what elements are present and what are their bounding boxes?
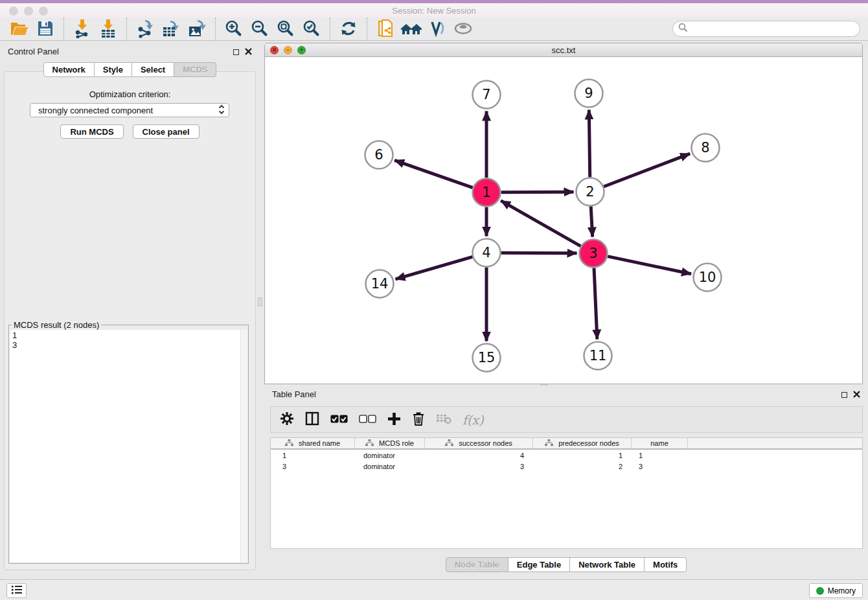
- fit-content-button[interactable]: [273, 19, 299, 40]
- tab-select[interactable]: Select: [131, 62, 174, 77]
- table-cell[interactable]: 1: [533, 452, 632, 459]
- network-canvas[interactable]: 7968124314101511: [265, 57, 862, 384]
- node-10[interactable]: 10: [694, 264, 722, 292]
- export-network-button[interactable]: [132, 19, 158, 40]
- node-8[interactable]: 8: [692, 134, 720, 162]
- table-tab-node-table[interactable]: Node Table: [446, 557, 508, 572]
- node-7[interactable]: 7: [473, 81, 501, 109]
- import-network-button[interactable]: [69, 19, 95, 40]
- refresh-icon: [340, 20, 357, 39]
- float-panel-icon[interactable]: [233, 49, 239, 55]
- edge-3-11[interactable]: [594, 268, 597, 339]
- column-header-predecessor-nodes[interactable]: predecessor nodes: [533, 438, 632, 448]
- run-mcds-button[interactable]: Run MCDS: [60, 124, 123, 139]
- table-cell[interactable]: 3: [271, 463, 355, 470]
- delete-row-button[interactable]: [412, 411, 425, 428]
- column-header-shared-name[interactable]: shared name: [271, 438, 355, 448]
- zoom-in-button[interactable]: [221, 19, 247, 40]
- node-14[interactable]: 14: [366, 270, 394, 298]
- search-input[interactable]: [688, 23, 860, 36]
- table-cell[interactable]: 1: [632, 452, 688, 459]
- column-header-name[interactable]: name: [632, 438, 688, 448]
- node-15[interactable]: 15: [473, 344, 501, 372]
- network-graph[interactable]: 7968124314101511: [265, 57, 862, 384]
- svg-text:7: 7: [482, 87, 490, 102]
- vertical-splitter-handle[interactable]: [258, 297, 262, 306]
- select-all-button[interactable]: [330, 415, 348, 425]
- node-1[interactable]: 1: [473, 179, 501, 207]
- table-row[interactable]: 1dominator411: [271, 450, 862, 461]
- toolbar-separator: [63, 17, 64, 41]
- column-header-MCDS-role[interactable]: MCDS role: [355, 438, 425, 448]
- task-history-button[interactable]: [6, 583, 27, 598]
- optimization-criterion-select[interactable]: strongly connected component: [30, 103, 229, 117]
- table-tab-edge-table[interactable]: Edge Table: [508, 557, 570, 572]
- table-cell[interactable]: 3: [425, 463, 533, 470]
- table-cell[interactable]: dominator: [355, 452, 425, 459]
- import-table-button[interactable]: [95, 19, 121, 40]
- export-image-icon: [188, 19, 206, 40]
- node-6[interactable]: 6: [365, 141, 393, 169]
- zoom-selected-icon: [303, 19, 321, 40]
- node-2[interactable]: 2: [577, 178, 604, 206]
- search-field[interactable]: [672, 21, 860, 37]
- table-cell[interactable]: 1: [271, 452, 355, 459]
- tab-style[interactable]: Style: [94, 62, 132, 77]
- export-image-button[interactable]: [184, 19, 210, 40]
- function-builder-button[interactable]: f(x): [463, 413, 484, 427]
- node-4[interactable]: 4: [473, 239, 501, 267]
- home-button[interactable]: [398, 19, 424, 40]
- save-session-button[interactable]: [32, 19, 58, 40]
- control-panel-tabs: NetworkStyleSelectMCDS: [0, 62, 260, 77]
- zoom-selected-button[interactable]: [299, 19, 325, 40]
- list-icon: [11, 584, 23, 597]
- table-settings-button[interactable]: [280, 411, 294, 428]
- duplicate-network-button[interactable]: [372, 19, 398, 40]
- edge-2-3[interactable]: [591, 206, 592, 237]
- edge-3-1[interactable]: [501, 201, 580, 246]
- tab-mcds[interactable]: MCDS: [174, 62, 216, 77]
- show-hide-panels-button[interactable]: [450, 19, 476, 40]
- column-header-successor-nodes[interactable]: successor nodes: [425, 438, 533, 448]
- close-panel-icon[interactable]: [853, 389, 860, 400]
- show-columns-button[interactable]: [305, 411, 319, 428]
- export-table-button[interactable]: [158, 19, 184, 40]
- memory-button[interactable]: Memory: [809, 583, 863, 598]
- table-tab-network-table[interactable]: Network Table: [569, 557, 645, 572]
- apply-style-button[interactable]: [424, 19, 450, 40]
- edge-4-3[interactable]: [501, 253, 577, 253]
- edge-4-14[interactable]: [395, 257, 472, 279]
- node-11[interactable]: 11: [584, 342, 612, 370]
- close-panel-button[interactable]: Close panel: [133, 124, 200, 139]
- svg-text:10: 10: [699, 270, 716, 285]
- refresh-button[interactable]: [336, 19, 361, 40]
- svg-text:11: 11: [589, 348, 607, 363]
- delete-table-button[interactable]: [436, 413, 451, 426]
- node-3[interactable]: 3: [580, 240, 608, 268]
- save-disk-icon: [37, 20, 54, 39]
- network-view-titlebar[interactable]: ✕ − + scc.txt: [265, 43, 862, 57]
- table-tab-motifs[interactable]: Motifs: [644, 557, 687, 572]
- edge-1-6[interactable]: [394, 160, 473, 187]
- edge-2-8[interactable]: [604, 154, 690, 187]
- edge-3-10[interactable]: [608, 257, 691, 274]
- edge-2-9[interactable]: [589, 110, 589, 177]
- edge-1-2[interactable]: [501, 192, 573, 192]
- float-panel-icon[interactable]: [841, 392, 847, 398]
- deselect-all-button[interactable]: [359, 415, 376, 425]
- open-session-button[interactable]: [6, 19, 32, 40]
- add-row-button[interactable]: [387, 412, 401, 428]
- close-panel-icon[interactable]: [245, 46, 252, 58]
- mcds-result-text[interactable]: 1 3: [10, 330, 247, 562]
- network-title: scc.txt: [265, 45, 862, 55]
- table-row[interactable]: 3dominator323: [271, 461, 862, 472]
- mcds-result-scrollbar[interactable]: [240, 330, 247, 562]
- table-cell[interactable]: 2: [533, 463, 632, 470]
- table-cell[interactable]: 3: [632, 463, 688, 470]
- table-cell[interactable]: 4: [425, 452, 533, 459]
- node-9[interactable]: 9: [575, 80, 603, 108]
- zoom-out-button[interactable]: [247, 19, 273, 40]
- tab-network[interactable]: Network: [43, 62, 95, 77]
- node-table[interactable]: shared nameMCDS rolesuccessor nodesprede…: [270, 437, 863, 549]
- table-cell[interactable]: dominator: [355, 463, 425, 470]
